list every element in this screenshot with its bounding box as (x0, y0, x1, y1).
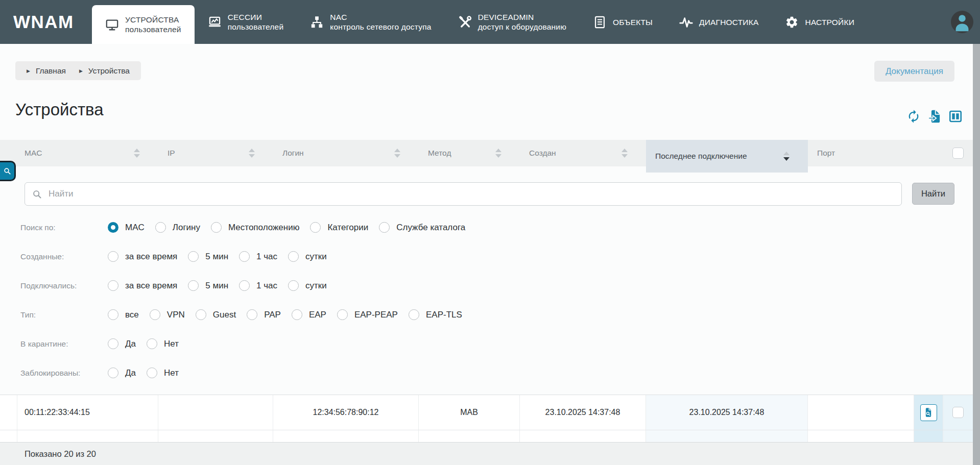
filter-option[interactable]: EAP-PEAP (337, 309, 398, 320)
radio-button[interactable] (292, 309, 302, 320)
nav-tab-settings[interactable]: НАСТРОЙКИ (772, 0, 868, 44)
sort-arrows-icon[interactable] (495, 149, 501, 158)
user-menu-button[interactable] (951, 11, 973, 33)
radio-button[interactable] (150, 309, 160, 320)
radio-button[interactable] (147, 338, 157, 349)
row-checkbox[interactable] (952, 407, 964, 418)
sort-arrows-icon[interactable] (622, 149, 628, 158)
radio-button[interactable] (188, 280, 199, 291)
filter-option[interactable]: MAC (108, 222, 145, 233)
sort-asc-icon (249, 149, 255, 152)
vertical-scrollbar[interactable] (973, 44, 980, 465)
column-header-created[interactable]: Создан (520, 140, 646, 166)
filter-option[interactable]: EAP (292, 309, 326, 320)
file-export-icon[interactable] (927, 109, 942, 124)
nav-tab-devices[interactable]: УСТРОЙСТВАпользователей (92, 5, 195, 44)
filter-option[interactable]: 5 мин (188, 280, 228, 291)
radio-button[interactable] (108, 251, 118, 262)
filter-option[interactable]: за все время (108, 251, 177, 262)
filter-option[interactable]: Да (108, 338, 136, 349)
filter-option[interactable]: 5 мин (188, 251, 228, 262)
cell-value: 23.10.2025 14:37:48 (689, 408, 764, 417)
column-header-label: Логин (282, 149, 304, 158)
nav-tab-nac[interactable]: NACконтроль сетевого доступа (297, 0, 444, 44)
filter-option[interactable]: Логину (155, 222, 200, 233)
nav-tab-label: СЕССИИ (228, 12, 284, 22)
filter-option[interactable]: 1 час (239, 251, 277, 262)
radio-label: сутки (305, 252, 327, 262)
breadcrumb-item-devices[interactable]: ▶ Устройства (79, 66, 130, 76)
filter-option[interactable]: сутки (288, 251, 327, 262)
cell-method (419, 430, 520, 442)
radio-button[interactable] (211, 222, 222, 233)
breadcrumb-item-home[interactable]: ▶ Главная (27, 66, 66, 76)
filter-option[interactable]: EAP-TLS (409, 309, 462, 320)
radio-button[interactable] (310, 222, 321, 233)
filter-option[interactable]: Службе каталога (379, 222, 465, 233)
radio-label: Нет (164, 339, 179, 349)
radio-button[interactable] (288, 251, 299, 262)
nav-tab-label: ДИАГНОСТИКА (699, 17, 758, 27)
radio-button[interactable] (188, 251, 199, 262)
documentation-button[interactable]: Документация (874, 61, 954, 82)
search-button[interactable]: Найти (912, 183, 954, 205)
nav-tab-text: ДИАГНОСТИКА (699, 17, 758, 27)
radio-button[interactable] (155, 222, 166, 233)
sort-arrows-icon[interactable] (783, 152, 790, 161)
radio-button[interactable] (108, 309, 118, 320)
cell-port (808, 395, 914, 430)
column-header-last_connection[interactable]: Последнее подключение (646, 140, 808, 173)
column-header-ip[interactable]: IP (158, 140, 273, 166)
radio-label: все (125, 310, 139, 320)
radio-button[interactable] (288, 280, 299, 291)
nav-tab-text: УСТРОЙСТВАпользователей (125, 15, 181, 34)
search-input[interactable] (25, 182, 902, 206)
filter-label: Созданные: (0, 252, 108, 261)
columns-icon[interactable] (948, 109, 963, 124)
nav-tab-sessions[interactable]: СЕССИИпользователей (195, 0, 297, 44)
radio-button[interactable] (409, 309, 419, 320)
filter-option[interactable]: Guest (196, 309, 236, 320)
refresh-icon[interactable] (906, 109, 921, 124)
radio-button[interactable] (247, 309, 257, 320)
nav-tab-deviceadmin[interactable]: DEVICEADMINдоступ к оборудованию (445, 0, 580, 44)
filter-option[interactable]: Местоположению (211, 222, 299, 233)
radio-button[interactable] (147, 368, 157, 378)
radio-button[interactable] (108, 338, 118, 349)
cell-value: 12:34:56:78:90:12 (313, 408, 378, 417)
nav-tab-label: НАСТРОЙКИ (805, 17, 854, 27)
filter-option[interactable]: PAP (247, 309, 281, 320)
filter-option[interactable]: Да (108, 368, 136, 378)
cell-value: 23.10.2025 14:37:48 (545, 408, 620, 417)
filter-option[interactable]: VPN (150, 309, 185, 320)
filter-option[interactable]: Нет (147, 338, 179, 349)
search-panel-toggle[interactable] (0, 161, 16, 181)
radio-button[interactable] (108, 280, 118, 291)
column-header-login[interactable]: Логин (273, 140, 419, 166)
radio-button[interactable] (108, 368, 118, 378)
select-all-checkbox[interactable] (952, 148, 964, 159)
radio-button[interactable] (337, 309, 348, 320)
sort-arrows-icon[interactable] (394, 149, 400, 158)
radio-button[interactable] (108, 222, 118, 233)
sort-arrows-icon[interactable] (249, 149, 255, 158)
column-header-mac[interactable]: MAC (0, 140, 158, 166)
column-header-method[interactable]: Метод (419, 140, 520, 166)
filter-option[interactable]: сутки (288, 280, 327, 291)
sort-arrows-icon[interactable] (134, 149, 140, 158)
view-device-button[interactable] (920, 404, 937, 421)
filter-option[interactable]: 1 час (239, 280, 277, 291)
filter-option[interactable]: за все время (108, 280, 177, 291)
filter-option[interactable]: все (108, 309, 139, 320)
filter-option[interactable]: Нет (147, 368, 179, 378)
filter-option[interactable]: Категории (310, 222, 368, 233)
cell-actions (914, 430, 943, 442)
radio-button[interactable] (196, 309, 206, 320)
nav-tab-diagnostics[interactable]: ДИАГНОСТИКА (666, 0, 772, 44)
nav-tab-objects[interactable]: ОБЪЕКТЫ (580, 0, 666, 44)
radio-button[interactable] (239, 280, 250, 291)
column-header-port[interactable]: Порт (808, 140, 914, 166)
radio-label: Да (125, 368, 136, 378)
radio-button[interactable] (239, 251, 250, 262)
radio-button[interactable] (379, 222, 390, 233)
